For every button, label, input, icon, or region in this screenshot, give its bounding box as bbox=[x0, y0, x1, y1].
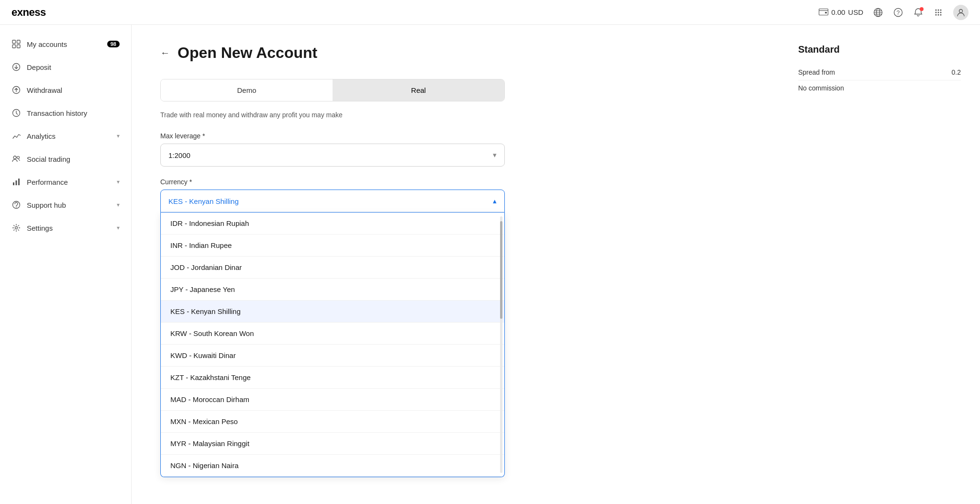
currency-option-KWD[interactable]: KWD - Kuwaiti Dinar bbox=[161, 345, 504, 367]
sidebar-item-transaction-history[interactable]: Transaction history bbox=[0, 101, 131, 124]
spread-label: Spread from bbox=[798, 68, 835, 76]
tab-real[interactable]: Real bbox=[333, 79, 504, 101]
sidebar-item-analytics[interactable]: Analytics ▾ bbox=[0, 124, 131, 147]
sidebar: My accounts 98 Deposit Withdrawal Transa… bbox=[0, 25, 132, 504]
sidebar-item-settings[interactable]: Settings ▾ bbox=[0, 216, 131, 239]
svg-point-24 bbox=[17, 157, 20, 159]
currency-option-KES[interactable]: KES - Kenyan Shilling bbox=[161, 301, 504, 323]
svg-point-13 bbox=[938, 14, 939, 15]
deposit-label: Deposit bbox=[27, 63, 120, 71]
account-type-tabs: Demo Real bbox=[160, 79, 505, 101]
leverage-select[interactable]: 1:2000 ▾ bbox=[160, 144, 505, 167]
panel-title: Standard bbox=[798, 44, 961, 55]
svg-rect-16 bbox=[12, 40, 16, 44]
apps-icon[interactable] bbox=[933, 7, 944, 18]
dropdown-scrollthumb bbox=[500, 221, 502, 319]
analytics-icon bbox=[11, 131, 21, 141]
leverage-label: Max leverage * bbox=[160, 132, 505, 140]
wallet-icon bbox=[819, 8, 828, 17]
sidebar-item-support-hub[interactable]: Support hub ▾ bbox=[0, 193, 131, 216]
currency-option-KZT[interactable]: KZT - Kazakhstani Tenge bbox=[161, 367, 504, 389]
avatar[interactable] bbox=[953, 5, 969, 20]
currency-option-IDR[interactable]: IDR - Indonesian Rupiah bbox=[161, 213, 504, 235]
svg-rect-26 bbox=[16, 180, 17, 185]
dropdown-scrolltrack bbox=[500, 216, 502, 473]
page-header: ← Open New Account bbox=[160, 44, 750, 62]
sidebar-item-withdrawal[interactable]: Withdrawal bbox=[0, 78, 131, 101]
grid-icon bbox=[11, 39, 21, 49]
help-icon[interactable]: ? bbox=[893, 7, 903, 18]
my-accounts-label: My accounts bbox=[27, 40, 101, 48]
currency-option-KRW[interactable]: KRW - South Korean Won bbox=[161, 323, 504, 345]
sidebar-item-my-accounts[interactable]: My accounts 98 bbox=[0, 33, 131, 56]
support-hub-icon bbox=[11, 200, 21, 210]
svg-point-6 bbox=[935, 9, 937, 11]
social-trading-label: Social trading bbox=[27, 155, 120, 163]
currency-select-wrapper: KES - Kenyan Shilling ▴ IDR - Indonesian… bbox=[160, 190, 505, 477]
support-hub-label: Support hub bbox=[27, 201, 111, 209]
currency-option-MAD[interactable]: MAD - Moroccan Dirham bbox=[161, 389, 504, 411]
performance-label: Performance bbox=[27, 178, 111, 186]
currency-label: Currency * bbox=[160, 178, 505, 186]
settings-label: Settings bbox=[27, 224, 111, 232]
performance-chevron-icon: ▾ bbox=[117, 179, 120, 185]
analytics-label: Analytics bbox=[27, 132, 111, 140]
performance-icon bbox=[11, 177, 21, 187]
sidebar-item-performance[interactable]: Performance ▾ bbox=[0, 170, 131, 193]
support-hub-chevron-icon: ▾ bbox=[117, 202, 120, 208]
svg-rect-19 bbox=[17, 45, 21, 48]
balance-amount: 0.00 bbox=[831, 8, 845, 16]
globe-icon[interactable] bbox=[873, 7, 883, 18]
panel-row-commission: No commission bbox=[798, 80, 961, 96]
back-arrow-icon[interactable]: ← bbox=[160, 47, 170, 58]
right-panel: Standard Spread from 0.2 No commission bbox=[779, 25, 980, 504]
svg-rect-27 bbox=[18, 179, 20, 185]
currency-selected[interactable]: KES - Kenyan Shilling ▴ bbox=[160, 190, 505, 213]
svg-point-23 bbox=[13, 156, 16, 159]
settings-chevron-icon: ▾ bbox=[117, 224, 120, 231]
svg-point-10 bbox=[938, 11, 939, 13]
svg-rect-17 bbox=[17, 40, 21, 44]
leverage-chevron-icon: ▾ bbox=[493, 151, 497, 159]
account-description: Trade with real money and withdraw any p… bbox=[160, 111, 750, 119]
main-content: ← Open New Account Demo Real Trade with … bbox=[132, 25, 779, 504]
panel-row-spread: Spread from 0.2 bbox=[798, 65, 961, 80]
transaction-history-label: Transaction history bbox=[27, 109, 120, 117]
currency-option-INR[interactable]: INR - Indian Rupee bbox=[161, 235, 504, 257]
svg-rect-25 bbox=[13, 182, 14, 185]
social-trading-icon bbox=[11, 154, 21, 164]
svg-point-12 bbox=[935, 14, 937, 15]
currency-required: * bbox=[189, 178, 192, 186]
svg-rect-18 bbox=[12, 45, 16, 48]
sidebar-item-deposit[interactable]: Deposit bbox=[0, 56, 131, 78]
currency-group: Currency * KES - Kenyan Shilling ▴ IDR -… bbox=[160, 178, 505, 477]
notification-dot bbox=[920, 7, 924, 11]
header-balance: 0.00 USD bbox=[819, 8, 863, 17]
svg-point-7 bbox=[938, 9, 939, 11]
svg-rect-0 bbox=[819, 9, 828, 15]
page-title: Open New Account bbox=[178, 44, 317, 62]
leverage-required: * bbox=[202, 132, 205, 140]
spread-value: 0.2 bbox=[952, 68, 961, 76]
currency-dropdown: IDR - Indonesian Rupiah INR - Indian Rup… bbox=[160, 213, 505, 477]
accounts-badge: 98 bbox=[107, 41, 120, 47]
currency-chevron-icon: ▴ bbox=[493, 197, 497, 205]
sidebar-item-social-trading[interactable]: Social trading bbox=[0, 147, 131, 170]
commission-label: No commission bbox=[798, 84, 844, 92]
notification-icon[interactable] bbox=[913, 7, 924, 18]
currency-option-MYR[interactable]: MYR - Malaysian Ringgit bbox=[161, 433, 504, 455]
currency-option-NGN[interactable]: NGN - Nigerian Naira bbox=[161, 455, 504, 477]
svg-point-8 bbox=[940, 9, 942, 11]
layout: My accounts 98 Deposit Withdrawal Transa… bbox=[0, 25, 980, 504]
svg-text:?: ? bbox=[897, 10, 900, 16]
logo: exness bbox=[11, 6, 46, 19]
svg-point-11 bbox=[940, 11, 942, 13]
leverage-group: Max leverage * 1:2000 ▾ bbox=[160, 132, 505, 167]
history-icon bbox=[11, 108, 21, 118]
currency-option-JPY[interactable]: JPY - Japanese Yen bbox=[161, 279, 504, 301]
tab-demo[interactable]: Demo bbox=[161, 79, 333, 101]
currency-option-JOD[interactable]: JOD - Jordanian Dinar bbox=[161, 257, 504, 279]
currency-option-MXN[interactable]: MXN - Mexican Peso bbox=[161, 411, 504, 433]
leverage-value: 1:2000 bbox=[168, 151, 190, 159]
balance-currency: USD bbox=[848, 8, 863, 16]
